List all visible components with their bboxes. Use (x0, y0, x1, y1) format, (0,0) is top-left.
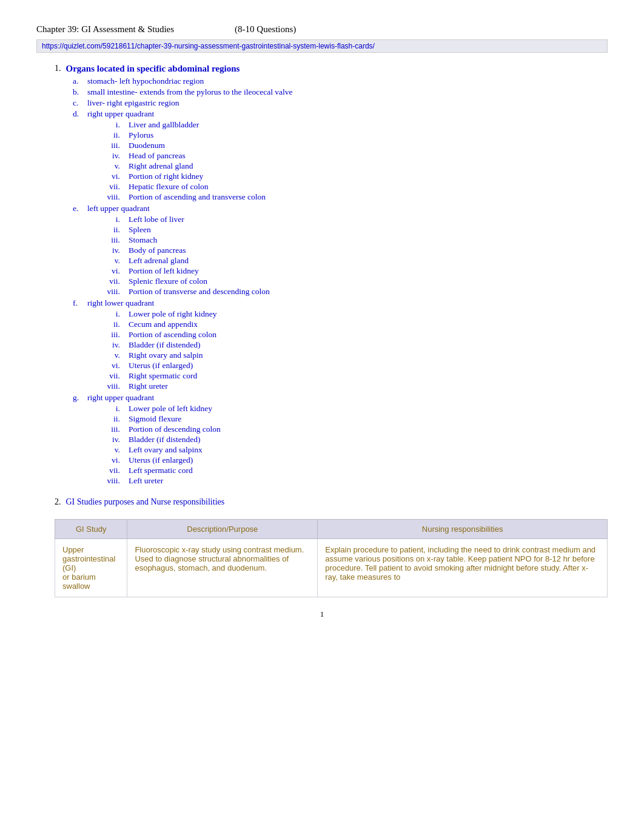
alpha-item: e.left upper quadranti.Left lobe of live… (73, 204, 608, 297)
roman-numeral: iv. (103, 246, 125, 255)
roman-numeral: i. (103, 404, 125, 414)
roman-item: iii.Duodenum (103, 141, 266, 150)
page-number: 1 (36, 609, 608, 619)
alpha-letter: d. (73, 109, 84, 119)
alpha-item: b.small intestine- extends from the pylo… (73, 87, 608, 97)
section-1-number: 1. (55, 64, 61, 76)
roman-text: Head of pancreas (129, 151, 186, 161)
alpha-letter: f. (73, 298, 84, 308)
roman-text: Bladder (if distended) (129, 340, 200, 350)
section-1-item: 1. Organs located in specific abdominal … (55, 64, 608, 486)
alpha-text: stomach- left hypochondriac region (87, 76, 204, 86)
roman-numeral: v. (103, 350, 125, 360)
alpha-text: right upper quadrant (87, 393, 154, 403)
roman-item: viii.Portion of transverse and descendin… (103, 287, 270, 297)
roman-item: iii.Portion of descending colon (103, 424, 221, 434)
roman-numeral: vii. (103, 466, 125, 475)
section-1-header: 1. Organs located in specific abdominal … (55, 64, 608, 76)
roman-text: Uterus (if enlarged) (129, 455, 193, 465)
table-cell: Explain procedure to patient, including … (318, 539, 608, 597)
table-cell: Fluoroscopic x-ray study using contrast … (127, 539, 318, 597)
alpha-text: right lower quadrant (87, 298, 154, 308)
alpha-text: liver- right epigastric region (87, 98, 179, 108)
roman-text: Spleen (129, 225, 151, 235)
roman-text: Left lobe of liver (129, 215, 184, 224)
roman-list: i.Lower pole of left kidneyii.Sigmoid fl… (73, 404, 221, 486)
roman-text: Lower pole of left kidney (129, 404, 212, 414)
roman-item: vii.Right spermatic cord (103, 371, 216, 381)
roman-numeral: iv. (103, 435, 125, 444)
section-1-label: Organs located in specific abdominal reg… (66, 64, 240, 74)
section-2-header: 2. GI Studies purposes and Nurse respons… (55, 497, 608, 512)
gi-table: GI Study Description/Purpose Nursing res… (55, 519, 608, 597)
roman-item: viii.Portion of ascending and transverse… (103, 192, 266, 202)
roman-item: i.Liver and gallbladder (103, 120, 266, 130)
roman-item: ii.Cecum and appendix (103, 320, 216, 329)
roman-numeral: iv. (103, 340, 125, 350)
alpha-text: small intestine- extends from the pyloru… (87, 87, 293, 97)
section-2-number: 2. (55, 497, 61, 512)
roman-text: Left ovary and salpinx (129, 445, 203, 455)
alpha-letter: g. (73, 393, 84, 403)
table-cell: Upper gastrointestinal (GI) or barium sw… (55, 539, 127, 597)
roman-text: Left spermatic cord (129, 466, 193, 475)
roman-item: iii.Stomach (103, 235, 270, 245)
main-list: 1. Organs located in specific abdominal … (36, 64, 608, 597)
roman-text: Portion of right kidney (129, 172, 203, 181)
roman-numeral: ii. (103, 130, 125, 140)
roman-item: vii.Splenic flexure of colon (103, 277, 270, 286)
roman-text: Portion of descending colon (129, 424, 221, 434)
roman-numeral: ii. (103, 414, 125, 424)
roman-numeral: vii. (103, 182, 125, 192)
roman-numeral: iii. (103, 424, 125, 434)
chapter-header: Chapter 39: GI Assessment & Studies (8-1… (36, 24, 608, 35)
alpha-text: right upper quadrant (87, 109, 154, 119)
roman-numeral: vi. (103, 455, 125, 465)
roman-item: iv.Bladder (if distended) (103, 435, 221, 444)
roman-text: Body of pancreas (129, 246, 186, 255)
roman-text: Left ureter (129, 476, 163, 486)
roman-numeral: v. (103, 445, 125, 455)
roman-text: Right adrenal gland (129, 161, 193, 171)
table-row: Upper gastrointestinal (GI) or barium sw… (55, 539, 608, 597)
roman-numeral: v. (103, 161, 125, 171)
roman-numeral: viii. (103, 192, 125, 202)
roman-text: Bladder (if distended) (129, 435, 200, 444)
roman-numeral: viii. (103, 476, 125, 486)
roman-text: Liver and gallbladder (129, 120, 199, 130)
roman-text: Portion of ascending and transverse colo… (129, 192, 266, 202)
roman-item: v.Right ovary and salpin (103, 350, 216, 360)
roman-item: vii.Hepatic flexure of colon (103, 182, 266, 192)
roman-text: Right ureter (129, 381, 168, 391)
roman-numeral: i. (103, 309, 125, 319)
roman-text: Pylorus (129, 130, 153, 140)
roman-list: i.Liver and gallbladderii.Pylorusiii.Duo… (73, 120, 266, 203)
url-text: https://quizlet.com/59218611/chapter-39-… (42, 42, 375, 50)
roman-numeral: vi. (103, 266, 125, 276)
url-bar[interactable]: https://quizlet.com/59218611/chapter-39-… (36, 39, 608, 53)
roman-numeral: vii. (103, 277, 125, 286)
roman-text: Duodenum (129, 141, 165, 150)
roman-text: Portion of left kidney (129, 266, 199, 276)
roman-text: Sigmoid flexure (129, 414, 181, 424)
roman-numeral: iv. (103, 151, 125, 161)
alpha-item: g.right upper quadranti.Lower pole of le… (73, 393, 608, 486)
section-2-item: 2. GI Studies purposes and Nurse respons… (55, 497, 608, 597)
roman-item: iii.Portion of ascending colon (103, 330, 216, 340)
roman-item: viii.Right ureter (103, 381, 216, 391)
roman-item: ii.Spleen (103, 225, 270, 235)
roman-text: Portion of ascending colon (129, 330, 216, 340)
alpha-item: d.right upper quadranti.Liver and gallbl… (73, 109, 608, 203)
roman-item: i.Left lobe of liver (103, 215, 270, 224)
roman-list: i.Left lobe of liverii.Spleeniii.Stomach… (73, 215, 270, 297)
alpha-text: left upper quadrant (87, 204, 150, 213)
table-header-row: GI Study Description/Purpose Nursing res… (55, 520, 608, 539)
roman-text: Right spermatic cord (129, 371, 197, 381)
roman-item: v.Left ovary and salpinx (103, 445, 221, 455)
roman-text: Lower pole of right kidney (129, 309, 216, 319)
alpha-item: c.liver- right epigastric region (73, 98, 608, 108)
roman-item: i.Lower pole of left kidney (103, 404, 221, 414)
roman-text: Hepatic flexure of colon (129, 182, 209, 192)
roman-numeral: iii. (103, 235, 125, 245)
roman-list: i.Lower pole of right kidneyii.Cecum and… (73, 309, 216, 392)
